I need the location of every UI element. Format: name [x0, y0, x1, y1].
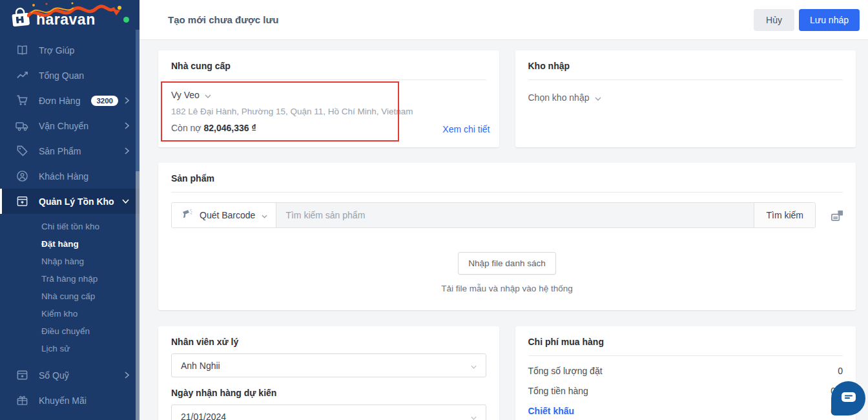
- barcode-mode-select[interactable]: Quét Barcode: [172, 203, 276, 227]
- sidebar-item-shipping[interactable]: Vận Chuyển: [0, 113, 140, 138]
- cost-row-total-amount: Tổng tiền hàng 0 ₫: [528, 386, 843, 396]
- help-book-icon: [16, 44, 28, 57]
- sidebar-item-label: Khách Hàng: [39, 171, 129, 182]
- supplier-select[interactable]: Vy Veo: [171, 90, 211, 100]
- cart-icon: [16, 94, 28, 107]
- sidebar-item-help[interactable]: Trợ Giúp: [0, 37, 140, 63]
- chevron-right-icon: [125, 372, 129, 379]
- cost-row-discount: Chiết khấu 0 ₫: [528, 406, 843, 416]
- sidebar-nav: Trợ Giúp Tổng Quan Đơn Hàng 3200 Vận Chu…: [0, 37, 140, 420]
- warehouse-card-title: Kho nhập: [528, 61, 843, 71]
- cashbook-icon: [16, 369, 28, 382]
- logo-row: haravan: [0, 0, 140, 37]
- warehouse-select[interactable]: Chọn kho nhập: [528, 92, 602, 103]
- status-dot: [123, 17, 129, 23]
- cost-row-label: Tổng tiền hàng: [528, 386, 588, 396]
- sidebar-item-inventory[interactable]: Quản Lý Tồn Kho: [0, 189, 140, 214]
- chevron-right-icon: [125, 122, 129, 129]
- sidebar-scrollbar-thumb[interactable]: [136, 30, 140, 171]
- main-content: Nhà cung cấp Vy Veo 182 Lê Đại Hành, Phư…: [140, 40, 868, 420]
- sidebar-item-orders[interactable]: Đơn Hàng 3200: [0, 88, 140, 113]
- cost-row-label: Tổng số lượng đặt: [528, 366, 603, 376]
- debt-value: 82,046,336 ₫: [203, 123, 256, 133]
- chevron-down-icon: [262, 210, 267, 220]
- sidebar-scrollbar-track[interactable]: [136, 30, 140, 420]
- chat-widget-button[interactable]: [831, 381, 865, 415]
- supplier-address: 182 Lê Đại Hành, Phường 15, Quận 11, Hồ …: [171, 107, 486, 116]
- chevron-down-icon: [595, 92, 601, 103]
- sidebar-item-customers[interactable]: Khách Hàng: [0, 163, 140, 189]
- sidebar-item-label: Vận Chuyển: [39, 121, 125, 131]
- product-card: Sản phẩm Quét Barcode Tìm kiếm Nhập file…: [158, 163, 856, 310]
- haravan-bag-icon: [9, 6, 32, 32]
- chevron-down-icon: [205, 90, 211, 100]
- sidebar-item-label: Khuyến Mãi: [39, 395, 129, 406]
- submenu-item-suppliers[interactable]: Nhà cung cấp: [0, 288, 140, 305]
- staff-select[interactable]: Anh Nghii: [171, 353, 486, 377]
- supplier-card-title: Nhà cung cấp: [171, 61, 486, 71]
- sidebar-item-label: Trợ Giúp: [39, 45, 129, 56]
- tag-icon: [16, 145, 28, 158]
- supplier-card: Nhà cung cấp Vy Veo 182 Lê Đại Hành, Phư…: [158, 50, 499, 147]
- barcode-scanner-icon: [180, 208, 193, 223]
- chevron-right-icon: [125, 147, 129, 154]
- cancel-button[interactable]: Hủy: [754, 9, 794, 31]
- chevron-down-icon: [122, 199, 129, 204]
- gift-icon: [16, 394, 28, 407]
- submenu-item-history[interactable]: Lịch sử: [0, 340, 140, 357]
- expected-date-select[interactable]: 21/01/2024: [171, 404, 486, 420]
- submenu-item-return-goods[interactable]: Trả hàng nhập: [0, 270, 140, 288]
- sidebar: haravan Trợ Giúp Tổng Quan: [0, 0, 140, 420]
- import-hint-text: Tải file mẫu và nhập vào hệ thống: [171, 284, 843, 293]
- sidebar-item-label: Sản Phẩm: [39, 146, 125, 156]
- discount-link[interactable]: Chiết khấu: [528, 406, 575, 416]
- product-search-group: Quét Barcode Tìm kiếm: [171, 202, 816, 228]
- expected-date-value: 21/01/2024: [181, 412, 226, 420]
- sidebar-item-products[interactable]: Sản Phẩm: [0, 138, 140, 163]
- supplier-debt: Còn nợ 82,046,336 ₫: [171, 123, 486, 133]
- page-title: Tạo mới chưa được lưu: [168, 14, 754, 25]
- chevron-down-icon: [471, 361, 477, 371]
- submenu-item-transfer[interactable]: Điều chuyển: [0, 322, 140, 340]
- debt-label: Còn nợ: [171, 123, 202, 133]
- save-draft-button[interactable]: Lưu nháp: [799, 9, 860, 31]
- truck-icon: [16, 120, 28, 132]
- sidebar-item-label: Đơn Hàng: [39, 96, 91, 106]
- sidebar-item-overview[interactable]: Tổng Quan: [0, 63, 140, 88]
- product-search-input[interactable]: [276, 203, 754, 227]
- submenu-item-stock-detail[interactable]: Chi tiết tồn kho: [0, 218, 140, 235]
- sidebar-item-label: Tổng Quan: [39, 70, 129, 81]
- search-button[interactable]: Tìm kiếm: [754, 203, 815, 227]
- submenu-item-purchase-order[interactable]: Đặt hàng: [0, 235, 140, 253]
- customer-icon: [16, 170, 28, 183]
- cost-card: Chi phí mua hàng Tổng số lượng đặt 0 Tổn…: [515, 326, 856, 420]
- product-picker-icon[interactable]: [830, 208, 845, 223]
- cost-row-value: 0: [838, 366, 843, 376]
- cost-row-total-qty: Tổng số lượng đặt 0: [528, 366, 843, 376]
- inventory-box-icon: [16, 195, 28, 208]
- view-detail-link[interactable]: Xem chi tiết: [442, 124, 490, 134]
- sidebar-item-reports[interactable]: Báo Cáo: [0, 413, 140, 420]
- warehouse-card: Kho nhập Chọn kho nhập: [515, 50, 856, 147]
- inventory-submenu: Chi tiết tồn kho Đặt hàng Nhập hàng Trả …: [0, 214, 140, 362]
- submenu-item-stocktake[interactable]: Kiểm kho: [0, 305, 140, 322]
- topbar: Tạo mới chưa được lưu Hủy Lưu nháp: [140, 0, 868, 40]
- sidebar-item-label: Quản Lý Tồn Kho: [39, 196, 122, 207]
- chevron-down-icon: [471, 412, 477, 420]
- logo-wordmark[interactable]: haravan: [36, 11, 96, 28]
- staff-card: Nhân viên xử lý Anh Nghii Ngày nhận hàng…: [158, 326, 499, 420]
- expected-date-label: Ngày nhận hàng dự kiến: [171, 388, 486, 398]
- sidebar-item-cashbook[interactable]: Sổ Quỹ: [0, 362, 140, 388]
- orders-count-badge: 3200: [91, 96, 118, 106]
- chat-icon: [840, 390, 857, 407]
- submenu-item-receive-goods[interactable]: Nhập hàng: [0, 253, 140, 270]
- staff-value: Anh Nghii: [181, 361, 220, 371]
- import-file-button[interactable]: Nhập file danh sách: [458, 252, 555, 275]
- supplier-name: Vy Veo: [171, 90, 200, 100]
- warehouse-select-label: Chọn kho nhập: [528, 92, 590, 103]
- barcode-mode-label: Quét Barcode: [200, 210, 255, 220]
- sidebar-item-label: Sổ Quỹ: [39, 370, 125, 381]
- sidebar-item-promotions[interactable]: Khuyến Mãi: [0, 388, 140, 413]
- chart-line-icon: [16, 69, 28, 82]
- cost-card-title: Chi phí mua hàng: [528, 337, 843, 347]
